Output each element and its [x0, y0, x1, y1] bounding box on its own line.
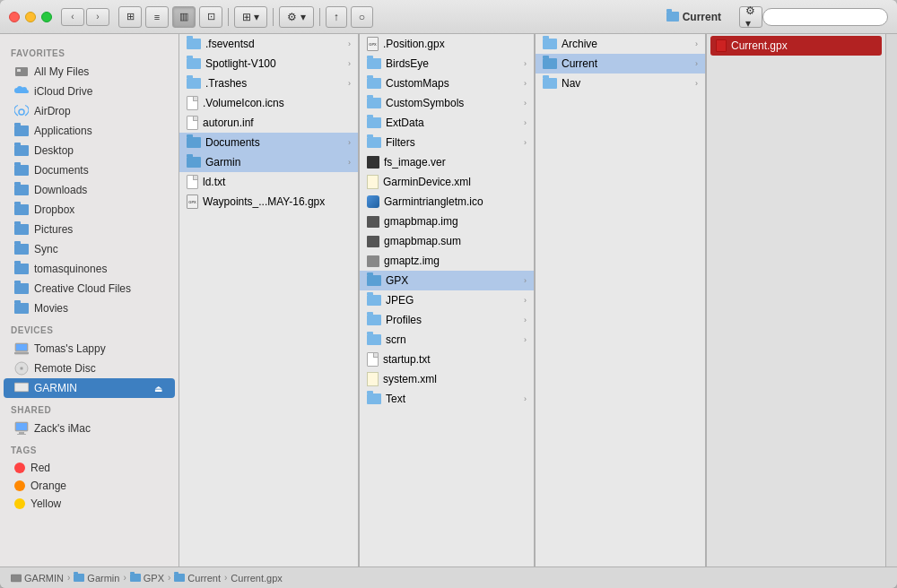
svg-rect-10	[15, 384, 28, 391]
sidebar-item-tag-orange[interactable]: Orange	[4, 477, 175, 495]
list-item[interactable]: scrn ›	[360, 330, 534, 350]
column-1: .fseventsd › Spotlight-V100 › .Trashes ›	[179, 34, 359, 566]
sidebar-item-tag-red[interactable]: Red	[4, 459, 175, 477]
sidebar-item-airdrop[interactable]: AirDrop	[4, 101, 175, 121]
sidebar-item-label: Zack's iMac	[34, 422, 91, 435]
list-item[interactable]: Garmin ›	[179, 152, 358, 172]
sidebar-item-tomasquinones[interactable]: tomasquinones	[4, 259, 175, 279]
arrange-button[interactable]: ⊞ ▾	[234, 6, 267, 28]
red-tag-dot	[14, 463, 25, 473]
sidebar-item-downloads[interactable]: Downloads	[4, 180, 175, 200]
svg-point-8	[21, 368, 22, 369]
search-input[interactable]	[762, 8, 888, 26]
movies-icon	[14, 301, 29, 316]
list-item[interactable]: gmapbmap.img	[360, 212, 534, 231]
list-item[interactable]: system.xml	[360, 369, 534, 389]
sidebar-item-pictures[interactable]: Pictures	[4, 220, 175, 239]
toolbar-separator-2	[273, 8, 274, 26]
svg-rect-0	[15, 67, 28, 76]
share-button[interactable]: ↑	[326, 6, 347, 28]
list-item[interactable]: .fseventsd ›	[179, 34, 358, 54]
sidebar-item-all-my-files[interactable]: All My Files	[4, 62, 175, 82]
breadcrumb-gpx-label[interactable]: GPX	[144, 573, 164, 584]
list-item[interactable]: Profiles ›	[360, 310, 534, 330]
sidebar-item-tomas-lappy[interactable]: Tomas's Lappy	[4, 339, 175, 359]
close-button[interactable]	[9, 12, 20, 22]
list-item[interactable]: Nav ›	[536, 74, 705, 93]
list-item[interactable]: Text ›	[360, 389, 534, 409]
maximize-button[interactable]	[41, 12, 52, 22]
list-item[interactable]: CustomMaps ›	[360, 74, 534, 93]
list-item[interactable]: BirdsEye ›	[360, 54, 534, 74]
action2-button[interactable]: ⚙ ▾	[739, 6, 762, 28]
tag-button[interactable]: ○	[351, 6, 373, 28]
gpx-icon: GPX	[367, 37, 379, 51]
list-item[interactable]: GarminDevice.xml	[360, 172, 534, 192]
list-item[interactable]: Documents ›	[179, 133, 358, 152]
sidebar-item-remote-disc[interactable]: Remote Disc	[4, 359, 175, 378]
list-item[interactable]: Filters ›	[360, 133, 534, 152]
list-item[interactable]: Spotlight-V100 ›	[179, 54, 358, 74]
sidebar-item-applications[interactable]: Applications	[4, 121, 175, 141]
zacks-imac-icon	[14, 421, 29, 436]
folder-icon	[367, 393, 381, 404]
list-item[interactable]: ExtData ›	[360, 113, 534, 133]
sidebar-item-desktop[interactable]: Desktop	[4, 141, 175, 160]
gpx-icon: GPX	[187, 195, 198, 209]
list-item[interactable]: fs_image.ver	[360, 152, 534, 172]
view-coverflow-button[interactable]: ⊡	[199, 6, 222, 28]
list-item[interactable]: GPX .Position.gpx	[360, 34, 534, 54]
minimize-button[interactable]	[25, 12, 36, 22]
list-item[interactable]: gmapbmap.sum	[360, 231, 534, 251]
downloads-icon	[14, 183, 29, 197]
svg-rect-5	[14, 352, 29, 354]
sidebar-item-creative-cloud[interactable]: Creative Cloud Files	[4, 279, 175, 298]
img-icon	[367, 236, 379, 247]
list-item[interactable]: JPEG ›	[360, 290, 534, 310]
all-my-files-icon	[14, 65, 29, 79]
back-button[interactable]: ‹	[61, 8, 84, 26]
list-item[interactable]: Current ›	[536, 54, 705, 74]
list-item[interactable]: gmaptz.img	[360, 251, 534, 271]
sidebar-item-label: Creative Cloud Files	[34, 282, 131, 295]
list-item[interactable]: Current.gpx	[710, 36, 882, 56]
applications-icon	[14, 124, 29, 138]
sidebar-item-label: Remote Disc	[34, 362, 96, 375]
breadcrumb-current-gpx: Current.gpx	[231, 573, 282, 584]
list-item[interactable]: GPX ›	[360, 271, 534, 290]
list-item[interactable]: ld.txt	[179, 172, 358, 192]
toolbar-separator-3	[319, 8, 320, 26]
list-item[interactable]: Archive ›	[536, 34, 705, 54]
list-item[interactable]: .VolumeIcon.icns	[179, 93, 358, 113]
breadcrumb-garmin[interactable]: GARMIN	[24, 573, 64, 584]
columns-scroll-area: .fseventsd › Spotlight-V100 › .Trashes ›	[179, 34, 897, 566]
sidebar-item-tag-yellow[interactable]: Yellow	[4, 495, 175, 513]
sidebar-item-zacks-imac[interactable]: Zack's iMac	[4, 419, 175, 438]
sidebar-item-movies[interactable]: Movies	[4, 298, 175, 318]
sidebar-item-garmin[interactable]: GARMIN ⏏	[4, 378, 175, 398]
view-list-button[interactable]: ≡	[145, 6, 169, 28]
list-item[interactable]: autorun.inf	[179, 113, 358, 133]
view-column-button[interactable]: ▥	[172, 6, 196, 28]
list-item[interactable]: Garmintriangletm.ico	[360, 192, 534, 212]
list-item[interactable]: startup.txt	[360, 350, 534, 369]
creative-cloud-icon	[14, 281, 29, 296]
list-item[interactable]: GPX Waypoints_...MAY-16.gpx	[179, 192, 358, 212]
list-item[interactable]: .Trashes ›	[179, 74, 358, 93]
main-content: Favorites All My Files iCloud Drive AirD…	[0, 34, 897, 566]
sidebar-item-documents[interactable]: Documents	[4, 160, 175, 180]
eject-button[interactable]: ⏏	[152, 382, 164, 394]
xml-icon	[367, 372, 379, 386]
sidebar-item-label: Applications	[34, 125, 92, 137]
breadcrumb-garmin-label[interactable]: Garmin	[87, 573, 119, 584]
forward-button[interactable]: ›	[86, 8, 109, 26]
svg-rect-12	[16, 423, 27, 430]
breadcrumb-current-label[interactable]: Current	[187, 573, 221, 584]
doc-icon	[187, 96, 198, 110]
view-icon-button[interactable]: ⊞	[118, 6, 142, 28]
action-button[interactable]: ⚙ ▾	[279, 6, 313, 28]
sidebar-item-sync[interactable]: Sync	[4, 239, 175, 259]
list-item[interactable]: CustomSymbols ›	[360, 93, 534, 113]
sidebar-item-dropbox[interactable]: Dropbox	[4, 200, 175, 220]
sidebar-item-icloud-drive[interactable]: iCloud Drive	[4, 82, 175, 101]
